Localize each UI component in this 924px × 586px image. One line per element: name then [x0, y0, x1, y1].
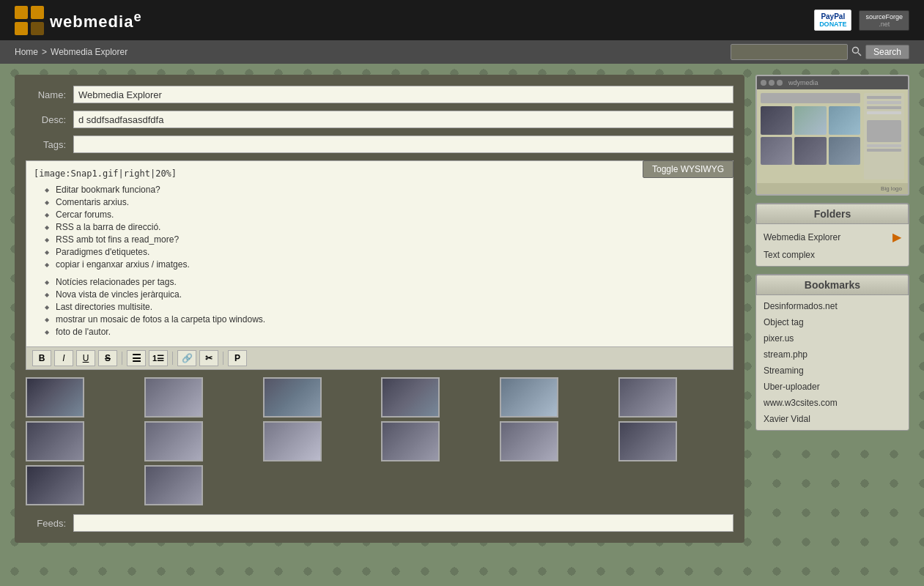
search-icon-button[interactable] — [851, 46, 862, 59]
list-item: copiar i enganxar arxius / imatges. — [45, 259, 725, 270]
folders-panel: Folders Webmedia Explorer ▶ Text complex — [755, 203, 909, 267]
feeds-input[interactable] — [73, 514, 733, 532]
svg-rect-1 — [31, 6, 44, 19]
preview-dot-1 — [761, 80, 766, 86]
bold-button[interactable]: B — [32, 350, 51, 366]
folder-item-label: Webmedia Explorer — [764, 232, 840, 242]
right-panel: wdymedia — [755, 75, 909, 543]
bookmark-item-uber-uploader[interactable]: Uber-uploader — [756, 379, 909, 395]
desc-row: Desc: — [26, 111, 733, 128]
svg-rect-0 — [15, 6, 28, 19]
thumbnail-12[interactable] — [618, 421, 677, 461]
thumbnail-14[interactable] — [144, 465, 203, 505]
folder-arrow-icon: ▶ — [892, 230, 901, 244]
folders-header: Folders — [756, 204, 909, 224]
preview-content: wdymedia — [757, 76, 908, 194]
list-item: Nova vista de vincles jeràrquica. — [45, 289, 725, 300]
thumbnail-4[interactable] — [381, 377, 440, 418]
thumbnails-container — [26, 377, 733, 505]
list-item: Comentaris arxius. — [45, 197, 725, 207]
bookmark-item-object-tag[interactable]: Object tag — [756, 314, 909, 330]
bookmarks-list: Desinformados.net Object tag pixer.us st… — [756, 295, 909, 430]
folder-item-text-complex[interactable]: Text complex — [756, 247, 909, 263]
search-input[interactable] — [731, 44, 848, 60]
thumbnail-7[interactable] — [26, 421, 84, 461]
list-item: Notícies relacionades per tags. — [45, 277, 725, 287]
thumbnail-11[interactable] — [500, 421, 558, 461]
magnifier-icon — [851, 46, 862, 56]
preview-dot-3 — [777, 80, 783, 86]
bookmarks-panel: Bookmarks Desinformados.net Object tag p… — [755, 274, 909, 431]
desc-label: Desc: — [26, 114, 73, 125]
list-item: Cercar forums. — [45, 209, 725, 220]
editor-list-1: Editar bookmark funciona? Comentaris arx… — [34, 185, 725, 270]
underline-button[interactable]: U — [76, 350, 95, 366]
navbar: Home > Webmedia Explorer Search — [0, 40, 924, 64]
paste-button[interactable]: P — [228, 350, 247, 366]
svg-rect-3 — [31, 22, 44, 35]
thumbnail-1[interactable] — [26, 377, 84, 418]
desc-input[interactable] — [73, 111, 733, 128]
header: webmediae PayPal DONATE sourceForge .net — [0, 0, 924, 40]
editor-toolbar: B I U S ☰ 1☰ 🔗 ✂ P — [26, 347, 733, 370]
logo-area: webmediae — [15, 6, 142, 35]
preview-dot-2 — [769, 80, 775, 86]
toolbar-separator-3 — [223, 352, 223, 365]
thumbnail-2[interactable] — [144, 377, 203, 418]
preview-bar: wdymedia — [757, 76, 908, 89]
editor-code-line: [image:Snap1.gif|right|20%] — [34, 168, 725, 179]
list-item: mostrar un mosaic de fotos a la carpeta … — [45, 314, 725, 324]
italic-button[interactable]: I — [54, 350, 73, 366]
bookmark-item-desinformados[interactable]: Desinformados.net — [756, 298, 909, 314]
search-button[interactable]: Search — [865, 45, 909, 59]
list-item: Paradigmes d'etiquetes. — [45, 247, 725, 257]
left-panel: Name: Desc: Tags: Toggle WYSIWYG [image:… — [15, 75, 744, 543]
link-button[interactable]: 🔗 — [177, 350, 196, 366]
home-link[interactable]: Home — [15, 47, 38, 57]
logo-text: webmediae — [50, 9, 142, 31]
bookmark-item-xavier-vidal[interactable]: Xavier Vidal — [756, 411, 909, 427]
name-row: Name: — [26, 86, 733, 103]
breadcrumb: Home > Webmedia Explorer — [15, 47, 731, 57]
logo-superscript: e — [133, 9, 141, 24]
breadcrumb-separator: > — [42, 47, 47, 57]
preview-image: wdymedia — [755, 75, 909, 196]
list-item: Editar bookmark funciona? — [45, 185, 725, 195]
feeds-label: Feeds: — [26, 518, 73, 529]
unordered-list-button[interactable]: ☰ — [127, 350, 146, 366]
bookmark-item-stream-php[interactable]: stream.php — [756, 346, 909, 363]
thumbnail-8[interactable] — [144, 421, 203, 461]
breadcrumb-current: Webmedia Explorer — [51, 47, 127, 57]
paypal-badge[interactable]: PayPal DONATE — [814, 10, 851, 31]
ordered-list-button[interactable]: 1☰ — [149, 350, 168, 366]
editor-area[interactable]: [image:Snap1.gif|right|20%] Editar bookm… — [26, 160, 733, 347]
feeds-row: Feeds: — [26, 514, 733, 532]
folder-item-label: Text complex — [764, 250, 815, 260]
folders-list: Webmedia Explorer ▶ Text complex — [756, 224, 909, 266]
toggle-wysiwyg-button[interactable]: Toggle WYSIWYG — [643, 160, 733, 178]
tags-input[interactable] — [73, 136, 733, 153]
editor-list-2: Notícies relacionades per tags. Nova vis… — [34, 277, 725, 337]
thumbnail-5[interactable] — [500, 377, 558, 418]
bookmark-item-pixer[interactable]: pixer.us — [756, 330, 909, 346]
thumbnail-10[interactable] — [381, 421, 440, 461]
thumbnail-13[interactable] — [26, 465, 84, 505]
bookmark-item-streaming[interactable]: Streaming — [756, 363, 909, 379]
bookmarks-header: Bookmarks — [756, 275, 909, 295]
thumbnail-3[interactable] — [263, 377, 322, 418]
name-input[interactable] — [73, 86, 733, 103]
thumbnail-9[interactable] — [263, 421, 322, 461]
search-area: Search — [731, 44, 909, 60]
strikethrough-button[interactable]: S — [98, 350, 117, 366]
tags-label: Tags: — [26, 139, 73, 150]
sourceforge-badge[interactable]: sourceForge .net — [859, 10, 909, 31]
unlink-button[interactable]: ✂ — [199, 350, 218, 366]
logo-icon — [15, 6, 44, 35]
folder-item-webmedia[interactable]: Webmedia Explorer ▶ — [756, 227, 909, 247]
list-item: foto de l'autor. — [45, 327, 725, 337]
svg-line-5 — [858, 53, 861, 56]
bookmark-item-w3csites[interactable]: www.w3csites.com — [756, 395, 909, 411]
toolbar-separator-1 — [122, 352, 122, 365]
svg-rect-2 — [15, 22, 28, 35]
thumbnail-6[interactable] — [618, 377, 677, 418]
